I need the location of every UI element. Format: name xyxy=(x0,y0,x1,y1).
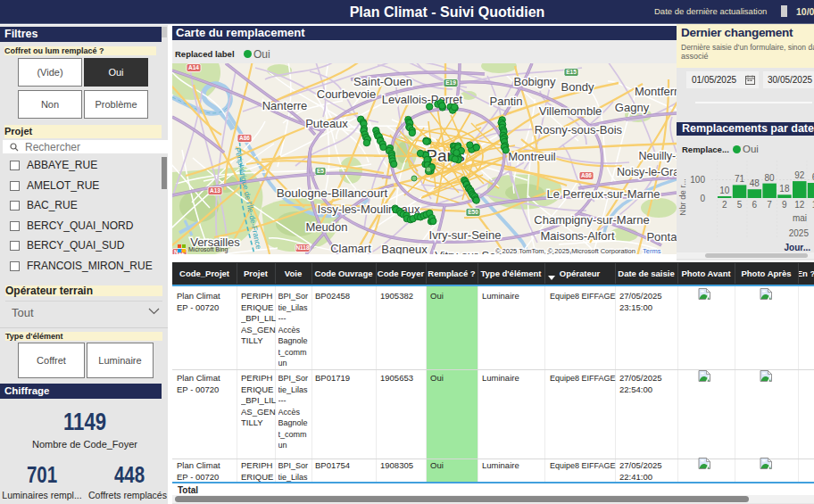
svg-text:Bobigny: Bobigny xyxy=(514,75,556,88)
svg-text:Champigny-sur-Marne: Champigny-sur-Marne xyxy=(534,213,649,227)
svg-text:48: 48 xyxy=(750,178,760,188)
svg-text:E50: E50 xyxy=(468,209,478,215)
svg-text:A13: A13 xyxy=(210,187,220,194)
svg-text:A14: A14 xyxy=(188,64,199,70)
svg-text:Le Perreux-sur-Marne: Le Perreux-sur-Marne xyxy=(546,187,660,201)
svg-text:10: 10 xyxy=(719,186,730,195)
svg-text:E15: E15 xyxy=(566,69,577,75)
svg-text:E19: E19 xyxy=(445,79,456,86)
svg-text:Bondy: Bondy xyxy=(561,80,594,94)
svg-text:Rosny-sous-Bois: Rosny-sous-Bois xyxy=(535,123,623,136)
svg-text:0: 0 xyxy=(700,194,705,203)
svg-text:Bagneux: Bagneux xyxy=(381,243,428,254)
svg-text:80: 80 xyxy=(765,173,776,183)
svg-text:A86: A86 xyxy=(239,135,250,141)
svg-text:6: 6 xyxy=(752,200,758,210)
svg-text:Courbevoie: Courbevoie xyxy=(317,87,377,101)
svg-text:2025: 2025 xyxy=(789,228,810,238)
svg-text:Jour...: Jour... xyxy=(785,243,811,252)
svg-text:Villemomble: Villemomble xyxy=(539,104,602,118)
svg-text:71: 71 xyxy=(735,174,745,184)
svg-text:Meudon: Meudon xyxy=(306,220,348,234)
svg-text:18: 18 xyxy=(779,184,790,194)
svg-text:100: 100 xyxy=(690,175,705,185)
svg-text:9: 9 xyxy=(782,200,787,210)
svg-text:Montfermeil: Montfermeil xyxy=(635,85,677,98)
svg-text:Saint-Ouen: Saint-Ouen xyxy=(353,75,412,88)
svg-text:Boulogne-Billancourt: Boulogne-Billancourt xyxy=(277,186,388,200)
svg-text:Montreuil: Montreuil xyxy=(508,150,556,163)
svg-text:12: 12 xyxy=(794,200,805,210)
svg-text:7: 7 xyxy=(767,200,772,210)
svg-text:Pontau: Pontau xyxy=(646,230,677,244)
svg-text:Maisons-Alfort: Maisons-Alfort xyxy=(540,229,614,243)
svg-text:mai: mai xyxy=(793,213,807,223)
svg-text:2: 2 xyxy=(722,200,727,210)
svg-text:Nbr de r...: Nbr de r... xyxy=(677,178,687,216)
svg-text:Neuilly-sur: Neuilly-sur xyxy=(638,150,677,162)
svg-text:Clamart: Clamart xyxy=(330,242,371,254)
svg-text:Gagny: Gagny xyxy=(615,101,650,114)
svg-text:Noisy-le-Grand: Noisy-le-Grand xyxy=(617,166,677,178)
svg-text:5: 5 xyxy=(737,200,743,210)
svg-text:N118: N118 xyxy=(295,244,310,251)
svg-text:Ivry-sur-Seine: Ivry-sur-Seine xyxy=(429,228,502,242)
svg-text:92: 92 xyxy=(794,170,805,180)
svg-text:A86: A86 xyxy=(581,172,592,178)
svg-text:E5: E5 xyxy=(317,168,324,174)
svg-text:© 2025 TomTom, © 2025 Microsof: © 2025 TomTom, © 2025 Microsoft Corporat… xyxy=(495,247,635,254)
svg-text:Terms: Terms xyxy=(643,247,661,254)
svg-text:Puteaux: Puteaux xyxy=(305,117,348,130)
svg-text:Pantin: Pantin xyxy=(490,95,523,108)
svg-text:Microsoft Bing: Microsoft Bing xyxy=(188,246,228,253)
svg-text:Nanterre: Nanterre xyxy=(262,99,308,112)
